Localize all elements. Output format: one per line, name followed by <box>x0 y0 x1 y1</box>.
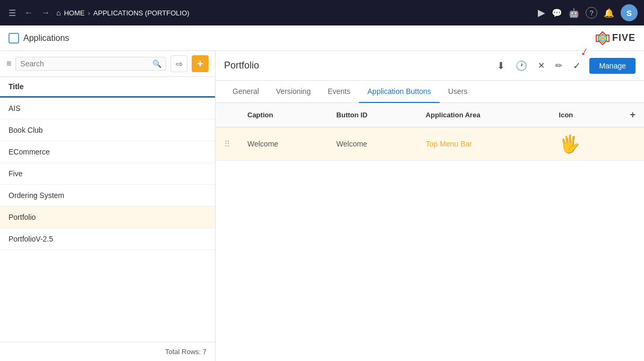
chat-icon[interactable]: 💬 <box>552 8 562 18</box>
hand-wave-icon: 🖐 <box>559 134 580 153</box>
play-icon[interactable]: ▶ <box>538 7 545 19</box>
back-icon[interactable]: ← <box>22 6 35 20</box>
tabs: General Versioning Events Application Bu… <box>216 81 644 103</box>
topbar: ☰ ← → ⌂ HOME › APPLICATIONS (PORTFOLIO) … <box>0 0 644 25</box>
five-logo-icon <box>595 31 610 46</box>
bell-icon[interactable]: 🔔 <box>604 8 614 18</box>
sidebar-column-header: Title <box>0 77 215 98</box>
sidebar-item-ecommerce[interactable]: ECommerce <box>0 141 215 163</box>
sidebar-item-five[interactable]: Five <box>0 163 215 185</box>
sidebar-item-label: PortfolioV-2.5 <box>8 235 53 243</box>
tab-users[interactable]: Users <box>440 81 476 103</box>
app-area-cell: Top Menu Bar <box>417 127 551 161</box>
sidebar: ≡ 🔍 ⇨ + Title AIS Book Club ECommerce <box>0 51 216 361</box>
home-icon: ⌂ <box>56 8 61 17</box>
tab-versioning[interactable]: Versioning <box>268 81 319 103</box>
help-icon[interactable]: ? <box>586 7 597 19</box>
applications-title: Applications <box>23 33 69 43</box>
app-breadcrumb-label: APPLICATIONS (PORTFOLIO) <box>93 9 190 17</box>
clock-icon[interactable]: 🕐 <box>513 58 529 74</box>
caption-cell: Welcome <box>239 127 328 161</box>
five-logo-text: FIVE <box>612 32 636 44</box>
tab-application-buttons[interactable]: Application Buttons <box>359 81 440 103</box>
sidebar-item-label: Five <box>8 169 22 178</box>
app-square-icon <box>8 33 19 44</box>
add-button[interactable]: + <box>192 55 209 72</box>
download-icon[interactable]: ⬇ <box>495 58 507 74</box>
data-table: Caption Button ID Application Area Icon <box>216 103 644 161</box>
sidebar-list: AIS Book Club ECommerce Five Ordering Sy… <box>0 98 215 342</box>
breadcrumb: ⌂ HOME › APPLICATIONS (PORTFOLIO) <box>56 8 190 17</box>
sidebar-item-ais[interactable]: AIS <box>0 98 215 119</box>
home-label[interactable]: HOME <box>64 9 84 17</box>
drag-handle-icon[interactable]: ⠿ <box>224 140 230 149</box>
add-column-icon[interactable]: + <box>630 109 636 120</box>
subbar-title: Applications <box>8 33 69 44</box>
drag-handle-cell: ⠿ <box>216 127 239 161</box>
subbar: Applications FIVE <box>0 25 644 51</box>
sidebar-toolbar: ≡ 🔍 ⇨ + <box>0 51 215 77</box>
close-icon[interactable]: ✕ <box>536 58 547 73</box>
button-id-cell: Welcome <box>328 127 417 161</box>
menu-icon[interactable]: ☰ <box>6 6 18 20</box>
caption-col-header: Caption <box>239 103 328 127</box>
sidebar-item-portfoliov25[interactable]: PortfolioV-2.5 <box>0 228 215 250</box>
icon-col-header: Icon <box>551 103 622 127</box>
sidebar-item-label: Ordering System <box>8 191 64 200</box>
table-container: Caption Button ID Application Area Icon <box>216 103 644 361</box>
sidebar-item-label: Portfolio <box>8 213 36 221</box>
import-button[interactable]: ⇨ <box>170 55 187 72</box>
check-icon-container: ✓ ↑ <box>571 60 583 72</box>
sidebar-item-orderingsystem[interactable]: Ordering System <box>0 185 215 207</box>
content-area: Portfolio ⬇ 🕐 ✕ ✏ ✓ ↑ Manage General Ver… <box>216 51 644 361</box>
button-id-col-header: Button ID <box>328 103 417 127</box>
sidebar-item-label: AIS <box>8 104 21 113</box>
add-col-header: + <box>621 103 644 127</box>
app-area-col-header: Application Area <box>417 103 551 127</box>
topbar-right: ▶ 💬 🤖 ? 🔔 S <box>538 4 638 21</box>
forward-icon[interactable]: → <box>39 6 52 20</box>
sidebar-footer: Total Rows: 7 <box>0 342 215 361</box>
table-row[interactable]: ⠿ Welcome Welcome Top Menu Bar <box>216 127 644 161</box>
sidebar-item-bookclub[interactable]: Book Club <box>0 119 215 141</box>
robot-icon[interactable]: 🤖 <box>569 8 579 18</box>
action-cell <box>621 127 644 161</box>
manage-button[interactable]: Manage <box>589 58 636 74</box>
main-layout: ≡ 🔍 ⇨ + Title AIS Book Club ECommerce <box>0 51 644 361</box>
sidebar-item-label: ECommerce <box>8 148 50 156</box>
five-logo: FIVE <box>595 31 636 46</box>
drag-col-header <box>216 103 239 127</box>
search-box: 🔍 <box>15 57 166 71</box>
table-header-row: Caption Button ID Application Area Icon <box>216 103 644 127</box>
check-icon[interactable]: ✓ <box>571 58 583 73</box>
sidebar-item-label: Book Club <box>8 126 43 134</box>
edit-icon[interactable]: ✏ <box>553 58 564 73</box>
content-title: Portfolio <box>224 60 488 71</box>
icon-cell: 🖐 <box>551 127 622 161</box>
search-input[interactable] <box>20 59 152 68</box>
user-avatar[interactable]: S <box>621 4 638 21</box>
tab-general[interactable]: General <box>224 81 268 103</box>
search-icon: 🔍 <box>152 59 161 68</box>
content-header: Portfolio ⬇ 🕐 ✕ ✏ ✓ ↑ Manage <box>216 51 644 81</box>
tab-events[interactable]: Events <box>319 81 359 103</box>
sidebar-item-portfolio[interactable]: Portfolio <box>0 207 215 228</box>
filter-icon[interactable]: ≡ <box>6 59 11 68</box>
breadcrumb-arrow: › <box>88 9 90 17</box>
